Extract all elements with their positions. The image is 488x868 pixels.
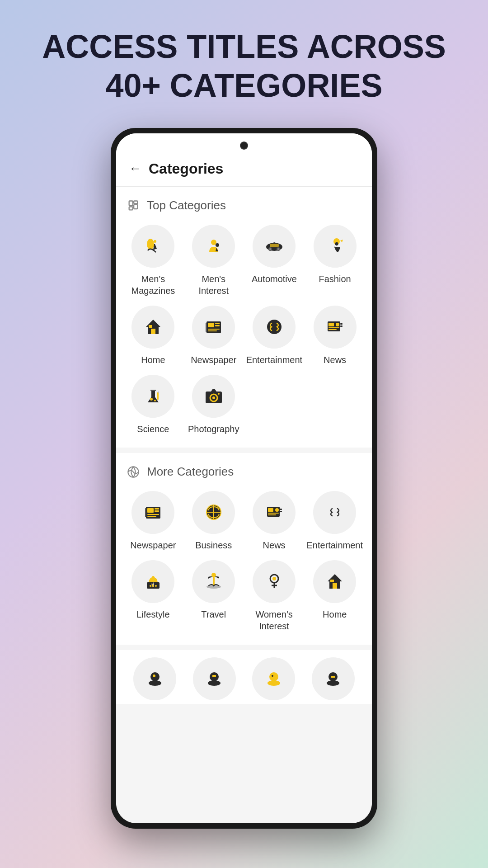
- svg-rect-46: [155, 508, 159, 509]
- back-button[interactable]: ←: [129, 161, 141, 176]
- svg-point-5: [154, 240, 156, 243]
- svg-rect-76: [333, 583, 337, 589]
- page-title: Categories: [149, 160, 223, 177]
- more-category-label-womens-interest: Women's Interest: [246, 609, 302, 632]
- svg-rect-16: [151, 329, 155, 334]
- more-category-label-lifestyle: Lifestyle: [136, 609, 169, 620]
- svg-rect-28: [340, 323, 343, 325]
- category-science[interactable]: Science: [125, 375, 181, 435]
- svg-rect-20: [208, 323, 214, 327]
- category-news-top[interactable]: News: [307, 306, 363, 366]
- svg-rect-47: [155, 510, 159, 512]
- svg-point-84: [269, 672, 278, 681]
- svg-point-59: [275, 508, 279, 512]
- svg-rect-56: [280, 509, 282, 510]
- category-home-top[interactable]: Home: [125, 306, 181, 366]
- svg-rect-83: [212, 675, 216, 677]
- svg-point-6: [211, 240, 216, 245]
- svg-point-70: [211, 573, 216, 577]
- app-header: ← Categories: [116, 153, 372, 187]
- svg-rect-2: [134, 204, 137, 208]
- svg-rect-24: [208, 330, 217, 331]
- phone-notch: [116, 133, 372, 153]
- more-category-travel[interactable]: Travel: [186, 560, 242, 632]
- svg-rect-32: [328, 327, 339, 328]
- more-category-news[interactable]: News: [246, 491, 302, 551]
- more-category-lifestyle[interactable]: 🍴 Lifestyle: [125, 560, 181, 632]
- headline-line1: ACCESS TITLES ACROSS: [42, 28, 446, 65]
- partial-item-4[interactable]: [312, 657, 355, 700]
- partial-item-3[interactable]: [252, 657, 295, 700]
- top-section-header: Top Categories: [125, 198, 363, 214]
- svg-point-31: [336, 323, 339, 326]
- svg-point-36: [154, 400, 156, 401]
- category-photography[interactable]: Photography: [186, 375, 242, 435]
- svg-point-62: [328, 505, 342, 519]
- svg-point-82: [208, 680, 221, 686]
- more-categories-section: More Categories: [116, 453, 372, 645]
- category-automotive[interactable]: Automotive: [246, 225, 303, 297]
- category-label-photography: Photography: [188, 423, 239, 435]
- svg-rect-45: [147, 508, 154, 513]
- svg-rect-61: [268, 514, 276, 515]
- top-section-icon: [125, 198, 141, 214]
- category-fashion[interactable]: Fashion: [307, 225, 363, 297]
- svg-rect-37: [157, 392, 159, 400]
- more-category-womens-interest[interactable]: Women's Interest: [246, 560, 302, 632]
- svg-point-41: [212, 396, 215, 399]
- svg-rect-29: [340, 326, 343, 327]
- svg-point-11: [269, 248, 271, 250]
- svg-rect-50: [145, 508, 146, 517]
- svg-point-26: [267, 320, 282, 334]
- svg-rect-21: [215, 323, 220, 324]
- camera-dot: [240, 142, 248, 150]
- svg-point-42: [218, 393, 220, 395]
- headline: ACCESS TITLES ACROSS 40+ CATEGORIES: [15, 27, 473, 105]
- svg-point-74: [272, 577, 276, 580]
- svg-rect-30: [328, 323, 334, 326]
- more-category-label-business: Business: [195, 539, 232, 551]
- svg-rect-22: [215, 325, 220, 326]
- phone-frame: ← Categories Top Categories: [111, 128, 377, 829]
- svg-point-79: [149, 680, 161, 686]
- svg-rect-60: [268, 513, 279, 514]
- category-label-entertainment-top: Entertainment: [246, 354, 303, 366]
- svg-rect-3: [129, 207, 133, 210]
- bottom-partial-row: [116, 650, 372, 704]
- svg-rect-33: [328, 329, 337, 330]
- category-entertainment-top[interactable]: Entertainment: [246, 306, 303, 366]
- more-categories-grid: Newspaper: [125, 491, 363, 632]
- category-mens-interest[interactable]: Men's Interest: [186, 225, 242, 297]
- svg-rect-58: [268, 508, 273, 512]
- svg-point-85: [267, 680, 280, 686]
- top-categories-section: Top Categories Men's Ma: [116, 187, 372, 448]
- svg-point-80: [153, 675, 155, 677]
- scroll-area[interactable]: Top Categories Men's Ma: [116, 187, 372, 823]
- category-newspaper-top[interactable]: Newspaper: [186, 306, 242, 366]
- more-category-newspaper[interactable]: Newspaper: [125, 491, 181, 551]
- more-category-home[interactable]: Home: [306, 560, 363, 632]
- svg-rect-48: [147, 514, 159, 515]
- top-section-title: Top Categories: [147, 198, 226, 212]
- svg-rect-9: [270, 244, 279, 247]
- svg-rect-34: [150, 390, 156, 391]
- category-label-fashion: Fashion: [319, 273, 351, 285]
- category-label-automotive: Automotive: [252, 273, 297, 285]
- svg-point-86: [272, 675, 273, 677]
- svg-point-4: [147, 239, 154, 250]
- svg-rect-38: [158, 392, 159, 393]
- more-category-label-news: News: [263, 539, 286, 551]
- more-category-label-newspaper: Newspaper: [130, 539, 176, 551]
- more-category-business[interactable]: Business: [186, 491, 242, 551]
- more-category-entertainment[interactable]: Entertainment: [306, 491, 363, 551]
- svg-rect-0: [129, 201, 133, 206]
- headline-line2: 40+ CATEGORIES: [106, 67, 383, 104]
- category-mens-magazines[interactable]: Men's Magazines: [125, 225, 181, 297]
- category-label-mens-interest: Men's Interest: [186, 273, 242, 297]
- partial-item-2[interactable]: [193, 657, 236, 700]
- partial-item-1[interactable]: [133, 657, 176, 700]
- svg-rect-69: [213, 577, 215, 586]
- svg-text:🍴: 🍴: [150, 582, 156, 588]
- category-label-science: Science: [137, 423, 169, 435]
- svg-rect-77: [330, 580, 334, 582]
